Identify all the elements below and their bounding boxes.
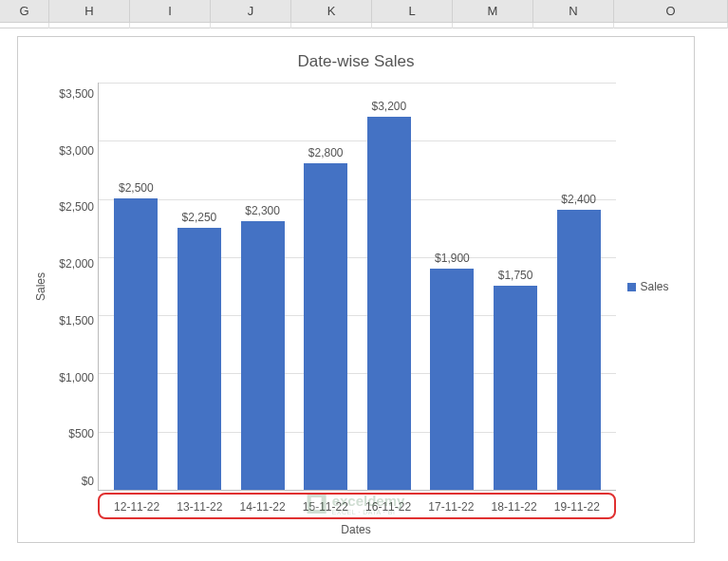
- gridline: [99, 140, 616, 141]
- bar[interactable]: [177, 228, 221, 490]
- y-tick: $1,000: [50, 372, 94, 383]
- column-header-I[interactable]: I: [130, 0, 211, 22]
- cell[interactable]: [533, 23, 614, 28]
- data-label: $2,250: [182, 211, 217, 224]
- x-tick: 18-11-22: [488, 500, 541, 514]
- bar[interactable]: [494, 286, 537, 490]
- cell[interactable]: [0, 23, 49, 28]
- gridline: [99, 83, 616, 84]
- watermark-icon: [308, 495, 327, 514]
- x-tick: 17-11-22: [424, 500, 477, 514]
- data-label: $1,750: [498, 269, 533, 282]
- legend-swatch: [627, 283, 636, 291]
- bar-wrap: $1,900: [425, 252, 478, 490]
- y-tick: $2,500: [50, 201, 94, 213]
- bar-wrap: $1,750: [489, 269, 542, 490]
- column-header-L[interactable]: L: [372, 0, 453, 22]
- data-label: $2,800: [308, 146, 344, 159]
- chart-main: Sales $3,500$3,000$2,500$2,000$1,500$1,0…: [31, 83, 681, 491]
- cell[interactable]: [372, 23, 453, 28]
- cell[interactable]: [130, 23, 211, 28]
- watermark: exceldemy EXCEL · DATA · BI: [308, 493, 405, 515]
- y-tick: $3,000: [50, 145, 94, 157]
- column-header-K[interactable]: K: [291, 0, 372, 22]
- column-headers: GHIJKLMNO: [0, 0, 728, 23]
- x-tick: 19-11-22: [551, 500, 604, 514]
- y-tick: $2,000: [50, 258, 94, 270]
- y-tick: $3,500: [50, 88, 94, 100]
- x-axis-title: Dates: [31, 523, 681, 536]
- column-header-H[interactable]: H: [49, 0, 130, 22]
- y-tick: $1,500: [50, 315, 94, 327]
- plot-area: $2,500$2,250$2,300$2,800$3,200$1,900$1,7…: [98, 83, 616, 491]
- data-label: $2,400: [561, 193, 596, 206]
- column-header-O[interactable]: O: [614, 0, 728, 22]
- cell[interactable]: [211, 23, 291, 28]
- bar[interactable]: [114, 198, 158, 490]
- bar-wrap: $3,200: [363, 100, 416, 490]
- x-tick: 12-11-22: [110, 500, 163, 514]
- y-ticks: $3,500$3,000$2,500$2,000$1,500$1,000$500…: [50, 83, 98, 491]
- y-tick: $500: [50, 428, 94, 439]
- bar-wrap: $2,800: [299, 146, 352, 490]
- bar[interactable]: [304, 163, 347, 490]
- cell[interactable]: [291, 23, 372, 28]
- gridline: [99, 199, 616, 200]
- x-tick: 14-11-22: [236, 500, 289, 514]
- bar[interactable]: [557, 210, 601, 490]
- column-header-G[interactable]: G: [0, 0, 49, 22]
- data-label: $3,200: [371, 100, 406, 113]
- bar[interactable]: [241, 221, 285, 490]
- column-header-J[interactable]: J: [211, 0, 291, 22]
- cell[interactable]: [614, 23, 728, 28]
- bar-wrap: $2,500: [109, 181, 162, 490]
- row-strip: [0, 23, 728, 28]
- legend-label: Sales: [640, 280, 668, 293]
- chart-container[interactable]: Date-wise Sales Sales $3,500$3,000$2,500…: [17, 36, 695, 543]
- x-tick: 13-11-22: [173, 500, 226, 514]
- bar-wrap: $2,400: [552, 193, 606, 490]
- chart-title: Date-wise Sales: [31, 52, 681, 71]
- data-label: $2,500: [119, 181, 154, 195]
- watermark-tag: EXCEL · DATA · BI: [332, 509, 405, 515]
- data-label: $2,300: [245, 204, 280, 217]
- sheet-body: Date-wise Sales Sales $3,500$3,000$2,500…: [0, 28, 728, 561]
- bar-wrap: $2,250: [173, 211, 226, 490]
- bar[interactable]: [367, 117, 411, 490]
- cell[interactable]: [453, 23, 533, 28]
- bar[interactable]: [430, 269, 474, 490]
- column-header-N[interactable]: N: [533, 0, 614, 22]
- legend: Sales: [616, 83, 681, 491]
- watermark-brand: exceldemy: [332, 493, 405, 509]
- column-header-M[interactable]: M: [453, 0, 533, 22]
- cell[interactable]: [49, 23, 130, 28]
- data-label: $1,900: [435, 252, 470, 265]
- bar-wrap: $2,300: [236, 204, 289, 490]
- y-tick: $0: [50, 476, 94, 487]
- y-axis-title: Sales: [31, 83, 50, 491]
